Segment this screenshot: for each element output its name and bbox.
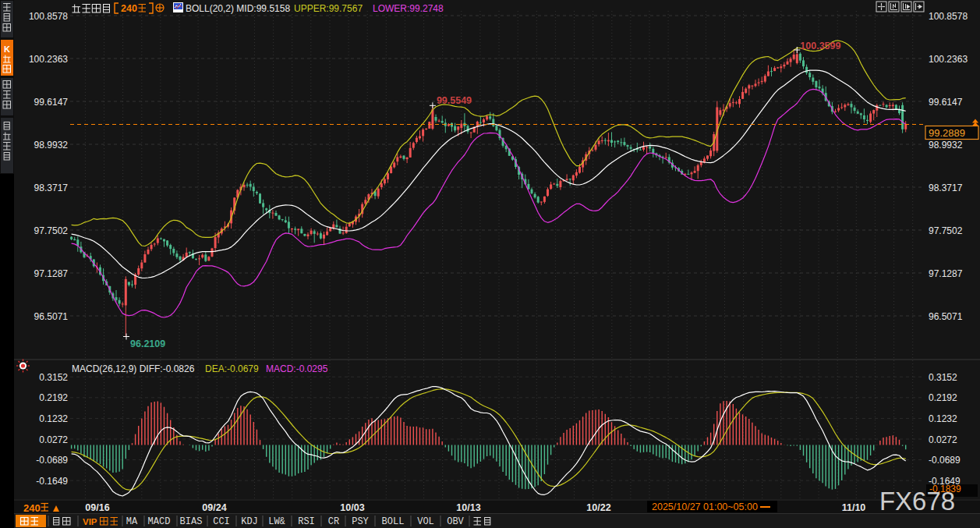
- svg-text:0.2192: 0.2192: [929, 392, 957, 403]
- svg-text:98.3717: 98.3717: [34, 182, 69, 193]
- svg-text:LW&: LW&: [268, 516, 285, 527]
- svg-text:-0.0689: -0.0689: [929, 455, 961, 466]
- svg-text:98.3717: 98.3717: [929, 182, 963, 193]
- svg-text:MACD: MACD: [148, 516, 171, 527]
- svg-text:97.1287: 97.1287: [929, 268, 963, 279]
- svg-text:100.2363: 100.2363: [29, 54, 68, 65]
- svg-text:99.2889: 99.2889: [929, 127, 965, 139]
- svg-text:0.0272: 0.0272: [39, 434, 68, 445]
- svg-text:98.9932: 98.9932: [34, 140, 69, 151]
- svg-text:0.3152: 0.3152: [39, 372, 68, 383]
- svg-text:RSI: RSI: [298, 516, 315, 527]
- svg-text:BOLL(20,2) MID:99.5158: BOLL(20,2) MID:99.5158: [186, 3, 290, 14]
- svg-text:10/22: 10/22: [586, 502, 610, 513]
- svg-text:0.3152: 0.3152: [929, 372, 957, 383]
- svg-text:0.1232: 0.1232: [929, 413, 957, 424]
- svg-text:KDJ: KDJ: [241, 516, 258, 527]
- svg-text:0.1232: 0.1232: [39, 413, 68, 424]
- svg-text:0.2192: 0.2192: [39, 392, 68, 403]
- svg-text:-0.0689: -0.0689: [36, 455, 68, 466]
- svg-text:99.6147: 99.6147: [34, 97, 69, 108]
- svg-text:LOWER:99.2748: LOWER:99.2748: [373, 3, 444, 14]
- svg-text:97.7502: 97.7502: [34, 225, 69, 236]
- svg-text:MA: MA: [126, 516, 138, 527]
- svg-text:-0.1649: -0.1649: [36, 476, 68, 487]
- svg-text:96.5071: 96.5071: [929, 311, 963, 322]
- svg-text:98.9932: 98.9932: [929, 140, 963, 151]
- svg-text:09/24: 09/24: [202, 502, 226, 513]
- svg-text:11/10: 11/10: [842, 502, 866, 513]
- svg-text:240: 240: [121, 3, 137, 14]
- svg-text:99.5549: 99.5549: [437, 95, 472, 106]
- svg-text:MACD(26,12,9) DIFF:-0.0826: MACD(26,12,9) DIFF:-0.0826: [72, 363, 195, 374]
- svg-text:2025/10/27 01:00~05:00: 2025/10/27 01:00~05:00: [652, 501, 758, 512]
- svg-text:PSY: PSY: [352, 516, 369, 527]
- svg-text:BOLL: BOLL: [382, 516, 405, 527]
- svg-text:VOL: VOL: [417, 516, 434, 527]
- svg-text:96.5071: 96.5071: [34, 311, 69, 322]
- svg-text:FX678: FX678: [879, 487, 955, 516]
- svg-text:VIP: VIP: [83, 517, 97, 526]
- svg-text:UPPER:99.7567: UPPER:99.7567: [294, 3, 363, 14]
- svg-text:CCI: CCI: [213, 516, 230, 527]
- svg-text:OBV: OBV: [447, 516, 464, 527]
- svg-text:100.8578: 100.8578: [929, 11, 968, 22]
- svg-text:100.3599: 100.3599: [800, 41, 840, 51]
- svg-text:100.2363: 100.2363: [929, 54, 968, 65]
- svg-text:240: 240: [23, 502, 41, 514]
- svg-text:97.7502: 97.7502: [929, 225, 963, 236]
- svg-text:10/03: 10/03: [340, 502, 364, 513]
- svg-text:10/13: 10/13: [456, 502, 480, 513]
- svg-text:CR: CR: [328, 516, 339, 527]
- svg-text:100.8578: 100.8578: [29, 11, 68, 22]
- svg-text:DEA:-0.0679: DEA:-0.0679: [205, 363, 259, 374]
- svg-text:97.1287: 97.1287: [34, 268, 69, 279]
- svg-text:99.6147: 99.6147: [929, 97, 963, 108]
- svg-text:K: K: [4, 44, 10, 54]
- svg-text:MACD:-0.0295: MACD:-0.0295: [266, 363, 328, 374]
- svg-text:96.2109: 96.2109: [130, 338, 165, 349]
- svg-text:09/16: 09/16: [85, 502, 109, 513]
- svg-text:BIAS: BIAS: [180, 516, 203, 527]
- svg-text:0.0272: 0.0272: [929, 434, 957, 445]
